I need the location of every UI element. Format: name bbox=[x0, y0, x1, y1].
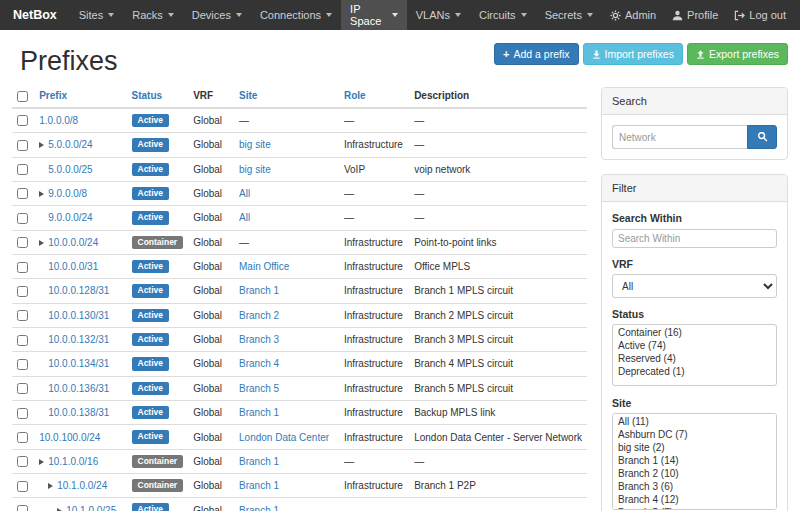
import-prefixes-button[interactable]: Import prefixes bbox=[583, 43, 683, 65]
description-cell: Branch 1 MPLS circuit bbox=[409, 279, 587, 303]
filter-option[interactable]: Reserved (4) bbox=[614, 352, 775, 365]
site-cell: All bbox=[234, 206, 339, 230]
nav-item-devices[interactable]: Devices bbox=[183, 0, 251, 30]
row-checkbox[interactable] bbox=[17, 262, 28, 273]
prefix-link[interactable]: 5.0.0.0/24 bbox=[48, 139, 92, 150]
nav-item-label: Devices bbox=[192, 9, 231, 21]
prefix-link[interactable]: 10.0.0.138/31 bbox=[48, 407, 109, 418]
row-checkbox[interactable] bbox=[17, 115, 28, 126]
site-link[interactable]: Branch 5 bbox=[239, 383, 279, 394]
site-link[interactable]: big site bbox=[239, 139, 271, 150]
prefix-link[interactable]: 10.0.0.130/31 bbox=[48, 310, 109, 321]
filter-option[interactable]: Ashburn DC (7) bbox=[614, 428, 775, 441]
column-header-prefix[interactable]: Prefix bbox=[34, 85, 126, 108]
filter-input-search-within[interactable] bbox=[612, 229, 777, 248]
site-link[interactable]: Branch 2 bbox=[239, 310, 279, 321]
row-checkbox[interactable] bbox=[17, 383, 28, 394]
site-link[interactable]: Branch 4 bbox=[239, 358, 279, 369]
row-checkbox[interactable] bbox=[17, 188, 28, 199]
nav-item-secrets[interactable]: Secrets bbox=[536, 0, 602, 30]
filter-option[interactable]: Branch 5 (7) bbox=[614, 506, 775, 510]
column-header-status[interactable]: Status bbox=[127, 85, 189, 108]
row-checkbox[interactable] bbox=[17, 481, 28, 492]
prefix-link[interactable]: 5.0.0.0/25 bbox=[48, 164, 92, 175]
nav-item-ip-space[interactable]: IP Space bbox=[341, 0, 407, 30]
filter-select-vrf[interactable]: All bbox=[612, 274, 777, 298]
prefix-link[interactable]: 10.1.0.0/25 bbox=[66, 505, 116, 511]
export-prefixes-button[interactable]: Export prefixes bbox=[687, 43, 788, 65]
prefix-link[interactable]: 10.1.0.0/24 bbox=[57, 480, 107, 491]
prefix-link[interactable]: 10.0.0.136/31 bbox=[48, 383, 109, 394]
site-link[interactable]: Branch 1 bbox=[239, 407, 279, 418]
site-link[interactable]: Main Office bbox=[239, 261, 289, 272]
filter-option[interactable]: Container (16) bbox=[614, 326, 775, 339]
filter-option[interactable]: Deprecated (1) bbox=[614, 365, 775, 378]
search-button[interactable] bbox=[747, 125, 777, 149]
filter-option[interactable]: Active (74) bbox=[614, 339, 775, 352]
row-checkbox[interactable] bbox=[17, 140, 28, 151]
nav-item-racks[interactable]: Racks bbox=[123, 0, 183, 30]
filter-multiselect-status[interactable]: Container (16)Active (74)Reserved (4)Dep… bbox=[612, 324, 777, 386]
prefix-link[interactable]: 9.0.0.0/8 bbox=[48, 188, 87, 199]
prefix-link[interactable]: 10.0.100.0/24 bbox=[39, 432, 100, 443]
description-cell: Branch 4 MPLS circuit bbox=[409, 352, 587, 376]
row-checkbox[interactable] bbox=[17, 359, 28, 370]
site-link[interactable]: All bbox=[239, 212, 250, 223]
filter-panel: Filter Search WithinVRFAllStatusContaine… bbox=[601, 174, 788, 511]
site-link[interactable]: Branch 1 bbox=[239, 480, 279, 491]
filter-option[interactable]: Branch 4 (12) bbox=[614, 493, 775, 506]
chevron-down-icon bbox=[168, 13, 174, 17]
chevron-down-icon bbox=[587, 13, 593, 17]
site-link[interactable]: Branch 1 bbox=[239, 505, 279, 511]
admin-link[interactable]: Admin bbox=[602, 0, 664, 30]
prefix-link[interactable]: 10.0.0.132/31 bbox=[48, 334, 109, 345]
nav-item-connections[interactable]: Connections bbox=[251, 0, 341, 30]
row-checkbox[interactable] bbox=[17, 164, 28, 175]
site-link[interactable]: big site bbox=[239, 164, 271, 175]
prefix-link[interactable]: 10.0.0.134/31 bbox=[48, 358, 109, 369]
select-all-checkbox[interactable] bbox=[17, 91, 28, 102]
filter-option[interactable]: All (11) bbox=[614, 415, 775, 428]
row-checkbox[interactable] bbox=[17, 286, 28, 297]
nav-item-sites[interactable]: Sites bbox=[70, 0, 123, 30]
prefix-indent: 10.1.0.0/16 bbox=[39, 456, 98, 467]
row-checkbox[interactable] bbox=[17, 213, 28, 224]
row-checkbox[interactable] bbox=[17, 456, 28, 467]
nav-item-circuits[interactable]: Circuits bbox=[470, 0, 536, 30]
profile-link[interactable]: Profile bbox=[664, 0, 726, 30]
profile-label: Profile bbox=[687, 9, 718, 21]
app-brand[interactable]: NetBox bbox=[0, 0, 70, 30]
row-checkbox[interactable] bbox=[17, 237, 28, 248]
prefix-link[interactable]: 9.0.0.0/24 bbox=[48, 212, 92, 223]
filter-option[interactable]: Branch 3 (6) bbox=[614, 480, 775, 493]
prefix-cell: 9.0.0.0/24 bbox=[34, 206, 126, 230]
prefix-cell: 10.1.0.0/24 bbox=[34, 474, 126, 498]
column-header-role[interactable]: Role bbox=[339, 85, 409, 108]
row-checkbox[interactable] bbox=[17, 505, 28, 511]
row-checkbox[interactable] bbox=[17, 432, 28, 443]
site-link[interactable]: All bbox=[239, 188, 250, 199]
prefix-link[interactable]: 10.0.0.0/31 bbox=[48, 261, 98, 272]
prefix-link[interactable]: 10.0.0.128/31 bbox=[48, 285, 109, 296]
search-input[interactable] bbox=[612, 125, 747, 149]
filter-multiselect-site[interactable]: All (11)Ashburn DC (7)big site (2)Branch… bbox=[612, 413, 777, 510]
description-cell: — bbox=[409, 498, 587, 511]
prefix-link[interactable]: 10.0.0.0/24 bbox=[48, 237, 98, 248]
logout-link[interactable]: Log out bbox=[726, 0, 794, 30]
filter-option[interactable]: Branch 2 (10) bbox=[614, 467, 775, 480]
site-link[interactable]: Branch 3 bbox=[239, 334, 279, 345]
prefix-link[interactable]: 10.1.0.0/16 bbox=[48, 456, 98, 467]
prefix-link[interactable]: 1.0.0.0/8 bbox=[39, 115, 78, 126]
row-checkbox[interactable] bbox=[17, 310, 28, 321]
site-link[interactable]: London Data Center bbox=[239, 432, 329, 443]
row-checkbox[interactable] bbox=[17, 335, 28, 346]
site-link[interactable]: Branch 1 bbox=[239, 285, 279, 296]
site-link[interactable]: Branch 1 bbox=[239, 456, 279, 467]
filter-option[interactable]: big site (2) bbox=[614, 441, 775, 454]
nav-item-vlans[interactable]: VLANs bbox=[407, 0, 470, 30]
row-checkbox[interactable] bbox=[17, 408, 28, 419]
vrf-cell: Global bbox=[188, 206, 234, 230]
column-header-site[interactable]: Site bbox=[234, 85, 339, 108]
filter-option[interactable]: Branch 1 (14) bbox=[614, 454, 775, 467]
add-prefix-button[interactable]: + Add a prefix bbox=[494, 43, 578, 65]
